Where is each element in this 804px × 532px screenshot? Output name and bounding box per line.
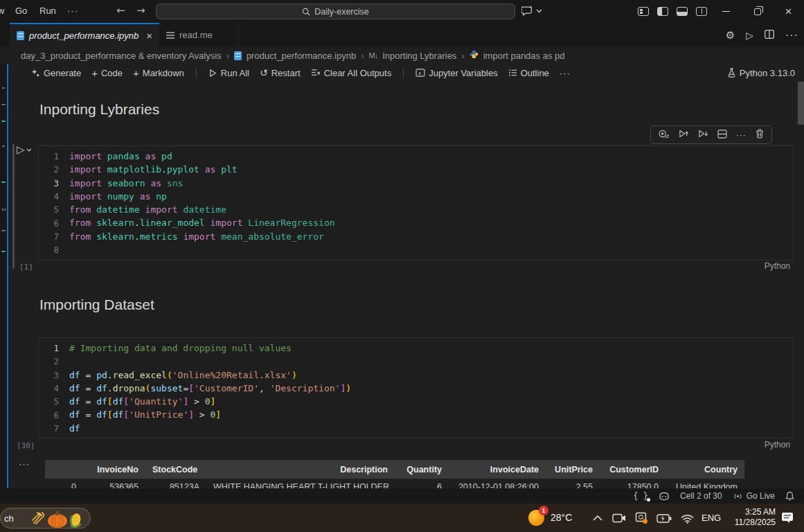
editor-scrollbar[interactable] xyxy=(798,82,804,125)
close-button[interactable]: × xyxy=(773,0,804,23)
kernel-picker[interactable]: Python 3.13.0 xyxy=(727,64,795,82)
toggle-primary-sidebar-icon[interactable] xyxy=(657,7,668,16)
wifi-icon[interactable] xyxy=(681,514,694,524)
column-header[interactable]: StockCode xyxy=(145,460,206,479)
clear-outputs-icon xyxy=(311,69,321,77)
cell-value: 536365 xyxy=(83,479,145,488)
breadcrumb-cell[interactable]: import pandas as pd xyxy=(483,51,565,61)
svg-text:x: x xyxy=(418,70,422,76)
menu-item-run[interactable]: Run xyxy=(39,6,56,16)
toolbar-divider xyxy=(403,68,404,78)
tab-product-performance[interactable]: product_performance.ipynb × xyxy=(10,23,159,47)
clock[interactable]: 3:25 AM 11/28/2025 xyxy=(726,507,776,528)
outline-icon xyxy=(508,69,517,77)
tab-label: product_performance.ipynb xyxy=(29,30,139,41)
menu-item-go[interactable]: Go xyxy=(15,6,27,16)
cell-more-actions-icon[interactable]: ··· xyxy=(736,130,747,140)
customize-layout-icon[interactable] xyxy=(638,7,649,16)
add-markdown-cell-button[interactable]: + Markdown xyxy=(133,67,184,79)
cell-indicator[interactable]: Cell 2 of 30 xyxy=(680,491,722,501)
line-number: 3 xyxy=(39,178,69,188)
cell-code-editor[interactable]: 1# Importing data and dropping null valu… xyxy=(38,337,794,438)
column-header[interactable] xyxy=(45,460,83,479)
copilot-status-button[interactable] xyxy=(659,492,670,501)
breadcrumb-folder[interactable]: day_3_product_performance & enventory Av… xyxy=(21,51,222,61)
menu-more-button[interactable]: ··· xyxy=(67,6,78,16)
column-header[interactable]: Country xyxy=(665,460,744,479)
bell-icon xyxy=(785,491,794,501)
cell-focus-indicator[interactable] xyxy=(12,144,15,269)
split-editor-icon[interactable] xyxy=(765,29,774,42)
go-live-button[interactable]: Go Live xyxy=(733,491,775,501)
breadcrumb-separator: › xyxy=(461,51,464,61)
tab-close-icon[interactable]: × xyxy=(146,30,152,42)
toggle-panel-icon[interactable] xyxy=(677,7,688,16)
command-center-search[interactable]: Daily-exercise xyxy=(156,3,515,19)
execution-count: [30] xyxy=(17,441,35,450)
chevron-down-icon xyxy=(536,9,542,13)
menu-item-clipped[interactable]: w xyxy=(0,6,4,16)
outline-button[interactable]: Outline xyxy=(508,68,549,78)
restart-button[interactable]: ↺ Restart xyxy=(260,67,301,78)
input-language[interactable]: ENG xyxy=(702,513,721,523)
cell-value: 2.55 xyxy=(546,479,600,488)
breadcrumb-file[interactable]: product_performance.ipynb xyxy=(247,51,356,61)
column-header[interactable]: InvoiceDate xyxy=(449,460,546,479)
notifications-bell-button[interactable] xyxy=(785,491,794,501)
outline-label: Outline xyxy=(521,68,549,78)
execute-cell-and-below-icon[interactable] xyxy=(698,129,708,141)
markdown-heading-1[interactable]: Inporting Lybraries xyxy=(39,101,159,118)
editor-split-sash[interactable] xyxy=(7,64,8,82)
taskbar-search-box[interactable]: ch xyxy=(0,508,91,529)
column-header[interactable]: UnitPrice xyxy=(546,460,600,479)
tray-chevron-up-icon[interactable] xyxy=(593,515,602,521)
run-all-button[interactable]: Run All xyxy=(208,68,249,78)
generate-label: Generate xyxy=(44,68,81,78)
breadcrumb-section[interactable]: Inporting Lybraries xyxy=(382,51,456,61)
meet-now-icon[interactable] xyxy=(612,513,626,524)
cell-language-label[interactable]: Python xyxy=(765,261,790,271)
jupyter-variables-button[interactable]: x Jupyter Variables xyxy=(416,68,497,78)
back-arrow-icon[interactable]: ← xyxy=(116,4,125,17)
breadcrumb: day_3_product_performance & enventory Av… xyxy=(0,47,804,64)
settings-gear-icon[interactable]: ⚙ xyxy=(726,29,735,42)
copilot-chat-button[interactable] xyxy=(521,5,542,17)
toggle-secondary-sidebar-icon[interactable] xyxy=(696,7,707,16)
generate-button[interactable]: Generate xyxy=(31,68,81,78)
column-header[interactable]: CustomerID xyxy=(600,460,665,479)
sync-status-icon[interactable] xyxy=(635,512,648,524)
notebook-toolbar: Generate + Code + Markdown Run All ↺ Res… xyxy=(0,64,804,82)
minimize-button[interactable] xyxy=(711,0,742,23)
cell-language-label[interactable]: Python xyxy=(765,440,790,450)
editor-split-sash[interactable] xyxy=(7,82,8,488)
markdown-heading-2[interactable]: Importing Dataset xyxy=(39,296,154,313)
clear-all-outputs-button[interactable]: Clear All Outputs xyxy=(311,68,392,78)
delete-cell-icon[interactable] xyxy=(756,129,764,141)
add-code-cell-button[interactable]: + Code xyxy=(91,67,123,79)
cell-code-editor[interactable]: 1import pandas as pd 2import matplotlib.… xyxy=(38,145,794,260)
split-cell-icon[interactable] xyxy=(717,129,727,141)
column-header[interactable]: Quantity xyxy=(395,460,449,479)
brackets-status-button[interactable]: { } xyxy=(633,491,648,501)
more-actions-icon[interactable]: ··· xyxy=(785,29,798,42)
forward-arrow-icon[interactable]: → xyxy=(136,4,145,17)
action-center-icon[interactable] xyxy=(781,512,794,524)
execute-above-cells-icon[interactable] xyxy=(679,129,689,141)
tab-readme[interactable]: read.me xyxy=(159,23,239,47)
run-cell-button[interactable]: ▷ xyxy=(17,143,32,156)
run-notebook-icon[interactable]: ▷ xyxy=(746,30,753,41)
column-header[interactable]: Description xyxy=(206,460,395,479)
cell-value: 17850.0 xyxy=(600,479,665,488)
execute-cell-icon[interactable] xyxy=(659,129,670,141)
plus-icon: + xyxy=(133,67,139,79)
dataframe-table: InvoiceNo StockCode Description Quantity… xyxy=(45,460,744,488)
clock-date: 11/28/2025 xyxy=(726,517,776,528)
restore-button[interactable] xyxy=(742,0,773,23)
battery-icon[interactable] xyxy=(656,514,672,523)
toolbar-more-button[interactable]: ··· xyxy=(560,68,571,78)
chat-bubble-icon xyxy=(521,5,534,17)
cell-value: 6 xyxy=(395,479,449,488)
weather-temperature[interactable]: 28°C xyxy=(551,512,572,523)
output-more-icon[interactable]: ··· xyxy=(19,459,30,469)
column-header[interactable]: InvoiceNo xyxy=(83,460,145,479)
